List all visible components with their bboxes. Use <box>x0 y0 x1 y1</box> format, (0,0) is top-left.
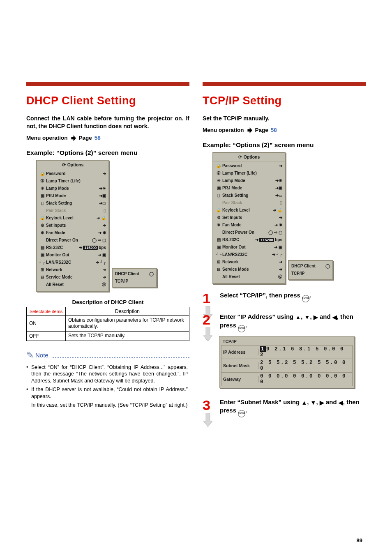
options-row: ✸Fan Mode➔ ✸ <box>39 229 106 237</box>
row-value: ➔ <box>103 267 106 272</box>
row-label: Set Inputs <box>221 215 279 220</box>
dhcp-client-subval: ◯ <box>325 264 330 268</box>
note-header: ✎ Note <box>26 350 189 361</box>
row-label: Password <box>45 171 103 176</box>
options-row: Pair Stack⌷ <box>39 207 106 214</box>
row-value: ⌷ <box>280 200 282 205</box>
row-value: ➔ <box>279 260 282 264</box>
step-arrow-icon <box>203 413 212 427</box>
row-icon: 🔒̵ <box>39 171 45 176</box>
row-value: ➔▭ <box>99 201 106 205</box>
row-icon: ⊟ <box>39 275 45 279</box>
row-value: ➔ 🔒 <box>273 208 282 212</box>
note-label: Note <box>35 352 48 359</box>
options-screen-wrap-right: ⟳ Options 🔒̵Password➔⦿Lamp Timer (Life)☀… <box>212 152 366 284</box>
row-value: ➔ <box>279 164 282 168</box>
options-row: 🔒Keylock Level➔ 🔒 <box>216 207 282 214</box>
tcpip-subnet-label: Subnet Mask <box>221 362 258 369</box>
example-label-left: Example: “Options (2)” screen menu <box>26 149 189 157</box>
dhcp-client-sublabel: DHCP Client <box>115 272 139 276</box>
row-label: Service Mode <box>221 267 279 272</box>
options-row: Direct Power On◯ ⇨ ▢ <box>39 237 106 244</box>
tcpip-intro: Set the TCP/IP manually. <box>203 115 366 122</box>
tcpip-gateway-label: Gateway <box>221 376 258 382</box>
row-value: ➔ <box>279 267 282 272</box>
row-value: ➔ 🔒 <box>97 216 106 220</box>
options-submenu-right: DHCP Client ◯ TCP/IP <box>288 260 333 280</box>
row-label: All Reset <box>221 274 278 279</box>
options-row: ☀Lamp Mode➔☀ <box>39 185 106 192</box>
row-label: Network <box>221 260 279 264</box>
pencil-icon: ✎ <box>26 350 34 361</box>
options-row: ▤RS-232C➔115200 bps <box>216 236 282 244</box>
step-number-2: 2 <box>203 313 214 327</box>
options-row: ⊞Network➔ <box>39 266 106 274</box>
row-label: PRJ Mode <box>45 193 99 198</box>
up-arrow-icon: ▲ <box>295 313 301 321</box>
down-arrow-icon: ▼ <box>311 399 316 407</box>
row-label: RS-232C <box>45 245 79 250</box>
options-row: ⦿Lamp Timer (Life) <box>39 177 106 185</box>
row-label: Lamp Mode <box>45 186 99 191</box>
row-value: ➔ ✸ <box>274 223 282 227</box>
note-dots-icon <box>53 357 189 359</box>
row-value: ➔ <box>279 215 282 220</box>
row-label: Fan Mode <box>45 230 98 235</box>
step-number-3: 3 <box>203 398 214 412</box>
row-label: Stack Setting <box>221 193 275 198</box>
tcpip-panel-title: TCP/IP <box>221 338 353 345</box>
cell-on: ON <box>27 315 66 331</box>
row-label: Stack Setting <box>45 201 99 205</box>
tcpip-subitem: TCP/IP <box>291 270 330 277</box>
note-item-2: If the DHCP server is not available, “Co… <box>31 386 188 400</box>
table-head-description: Description <box>66 307 189 315</box>
options-row: All Resetⓞ <box>216 273 282 281</box>
options-screen-main: ⟳ Options 🔒̵Password➔⦿Lamp Timer (Life)☀… <box>36 160 109 292</box>
menuop-label: Menu operation <box>26 135 68 141</box>
options-row: ⊟Service Mode➔ <box>216 266 282 273</box>
options-row: All Resetⓞ <box>39 281 106 288</box>
options-row: ⦿Lamp Timer (Life) <box>216 170 282 177</box>
tcpip-row-gateway: Gateway 0 0 0.0 0 0.0 0 0.0 0 0 <box>221 372 352 386</box>
note-item-1: Select “ON” for “DHCP Client”. “Obtainin… <box>31 364 188 385</box>
row-label: Pair Stack <box>45 208 104 213</box>
svg-marker-1 <box>203 327 212 341</box>
menuop-page-prefix: Page <box>79 135 92 141</box>
options-row: ✸Fan Mode➔ ✸ <box>216 221 282 229</box>
options-row: Pair Stack⌷ <box>216 199 282 207</box>
divider-bar-left <box>26 82 189 86</box>
left-arrow-icon: ◀ <box>339 399 343 407</box>
tcpip-ip-value: 19 2.1 6 8.1 5 0.0 0 2 <box>258 345 352 359</box>
row-icon: ▣ <box>216 186 221 190</box>
step-arrow-icon <box>203 327 212 341</box>
row-label: RS-232C <box>221 237 255 242</box>
row-icon: ⊟ <box>216 267 221 272</box>
row-label: All Reset <box>45 282 102 287</box>
right-arrow-icon: ▶ <box>320 399 324 407</box>
options-screen-title: ⟳ Options <box>213 153 285 161</box>
tcpip-row-subnet: Subnet Mask 2 5 5.2 5 5.2 5 5.0 0 0 <box>221 359 352 372</box>
step2-text-a: Enter “IP Address” using <box>220 313 295 320</box>
gear-icon: ⟳ <box>62 162 66 167</box>
step3-text-mid: and <box>324 398 339 405</box>
row-icon: 🔒̵ <box>216 164 221 168</box>
example-label-right: Example: “Options (2)” screen menu <box>203 141 366 149</box>
options-row: ⌷Stack Setting➔▭ <box>39 200 106 207</box>
dhcp-client-sublabel: DHCP Client <box>291 264 316 268</box>
cell-off: OFF <box>27 331 66 341</box>
options-row: Direct Power On◯ ⇨ ▢ <box>216 229 282 236</box>
row-value: ➔▭ <box>275 193 282 198</box>
row-label: Keylock Level <box>45 216 97 220</box>
tcpip-row-ip: IP Address 19 2.1 6 8.1 5 0.0 0 2 <box>221 345 352 359</box>
svg-marker-2 <box>203 413 212 427</box>
row-icon: ⚙ <box>216 215 221 220</box>
tcpip-heading: TCP/IP Setting <box>203 94 366 107</box>
left-arrow-icon: ◀ <box>332 313 337 321</box>
options-row: ⌷Stack Setting➔▭ <box>216 192 282 199</box>
enter-button-icon: ENTER <box>238 325 245 332</box>
step3-text-a: Enter “Subnet Mask” using <box>220 398 301 405</box>
tcpip-subitem: TCP/IP <box>115 278 154 285</box>
options-title-text: Options <box>67 162 84 167</box>
row-icon: ☀ <box>39 186 45 191</box>
row-value: ➔ <box>103 171 106 176</box>
